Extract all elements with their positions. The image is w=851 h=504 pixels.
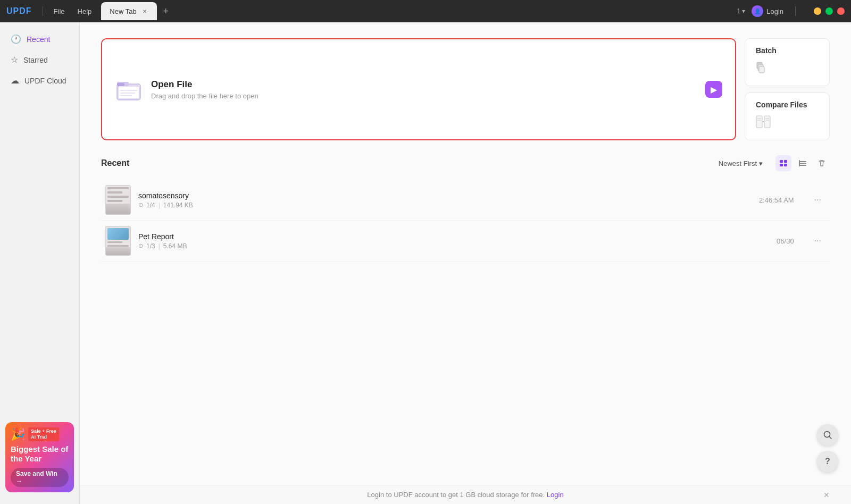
svg-rect-19	[780, 164, 783, 166]
file-thumbnail	[105, 226, 131, 256]
recent-title: Recent	[101, 158, 129, 168]
app-body: 🕐 Recent ☆ Starred ☁ UPDF Cloud 🎉 Sale +…	[0, 22, 851, 504]
bottom-bar-login-link[interactable]: Login	[547, 491, 564, 499]
promo-banner[interactable]: 🎉 Sale + Free AI Trial Biggest Sale of t…	[5, 422, 74, 492]
file-name: somatosensory	[138, 191, 752, 200]
titlebar: UPDF File Help New Tab ✕ + 1 ▾ 👤 Login −…	[0, 0, 851, 22]
sidebar-item-recent[interactable]: 🕐 Recent	[0, 29, 79, 49]
thumb-bottom	[106, 204, 130, 214]
tab-label: New Tab	[110, 7, 136, 15]
promo-badge-line1: Sale + Free	[31, 429, 56, 434]
page-icon: ⊙	[138, 242, 143, 249]
version-selector[interactable]: 1 ▾	[737, 7, 746, 15]
open-file-arrow-button[interactable]: ▶	[705, 81, 722, 98]
logo-df: DF	[19, 6, 31, 15]
thumb-line	[107, 187, 129, 189]
tab-new[interactable]: New Tab ✕	[101, 2, 156, 20]
menu-bar: File Help	[48, 5, 97, 18]
file-size: 5.64 MB	[163, 242, 187, 250]
bottom-bar-text: Login to UPDF account to get 1 GB cloud …	[367, 491, 545, 499]
svg-rect-22	[799, 163, 806, 164]
thumb-line	[107, 245, 129, 247]
file-list: somatosensory ⊙ 1/4 | 141.94 KB 2:46:54 …	[101, 180, 830, 262]
file-more-button[interactable]: ···	[810, 193, 825, 207]
window-controls: − ⤢ ✕	[814, 7, 845, 15]
file-date: 2:46:54 AM	[759, 196, 794, 204]
open-file-subtitle: Drag and drop the file here to open	[151, 92, 697, 100]
svg-rect-23	[799, 165, 806, 166]
recent-header: Recent Newest First ▾	[101, 155, 830, 171]
file-info: somatosensory ⊙ 1/4 | 141.94 KB	[138, 191, 752, 209]
compare-card[interactable]: Compare Files	[745, 93, 830, 140]
sort-dropdown[interactable]: Newest First ▾	[719, 159, 763, 167]
batch-card[interactable]: Batch	[745, 38, 830, 86]
app-logo: UPDF	[6, 6, 32, 16]
thumb-line	[107, 200, 122, 202]
compare-title: Compare Files	[756, 100, 819, 109]
close-button[interactable]: ✕	[837, 7, 845, 15]
page-icon: ⊙	[138, 201, 143, 208]
view-controls	[775, 155, 830, 171]
tab-bar: New Tab ✕ +	[101, 2, 737, 20]
file-item[interactable]: somatosensory ⊙ 1/4 | 141.94 KB 2:46:54 …	[101, 180, 830, 221]
help-float-button[interactable]: ?	[817, 451, 838, 472]
maximize-button[interactable]: ⤢	[825, 7, 833, 15]
sidebar-item-cloud[interactable]: ☁ UPDF Cloud	[0, 70, 79, 91]
main-inner: Open File Drag and drop the file here to…	[80, 22, 851, 485]
logo-up: UP	[6, 6, 19, 15]
file-meta: ⊙ 1/4 | 141.94 KB	[138, 201, 752, 209]
file-date: 06/30	[777, 237, 794, 245]
open-file-card[interactable]: Open File Drag and drop the file here to…	[101, 38, 736, 140]
menu-help[interactable]: Help	[72, 5, 97, 18]
list-view-button[interactable]	[775, 155, 791, 171]
svg-rect-18	[784, 160, 787, 163]
floating-buttons: ?	[817, 424, 838, 472]
file-thumbnail	[105, 185, 131, 215]
grid-view-button[interactable]	[795, 155, 811, 171]
promo-cta[interactable]: Save and Win →	[11, 468, 69, 487]
delete-button[interactable]	[814, 155, 830, 171]
compare-icon	[756, 114, 819, 132]
svg-rect-9	[759, 66, 764, 73]
thumb-line	[107, 241, 122, 243]
minimize-button[interactable]: −	[814, 7, 821, 15]
action-cards: Open File Drag and drop the file here to…	[101, 38, 830, 140]
sidebar: 🕐 Recent ☆ Starred ☁ UPDF Cloud 🎉 Sale +…	[0, 22, 80, 504]
thumb-line	[107, 196, 129, 198]
bottom-bar-close-button[interactable]: ✕	[823, 491, 830, 499]
main-content: Open File Drag and drop the file here to…	[80, 22, 851, 504]
promo-badge: Sale + Free AI Trial	[28, 427, 59, 441]
search-float-button[interactable]	[817, 424, 838, 446]
side-cards: Batch Compare Files	[745, 38, 830, 140]
promo-emoji: 🎉	[11, 427, 25, 441]
version-number: 1	[737, 7, 741, 15]
open-file-title: Open File	[151, 79, 697, 90]
titlebar-divider	[43, 6, 43, 16]
sidebar-label-recent: Recent	[27, 35, 50, 44]
promo-top: 🎉 Sale + Free AI Trial	[11, 427, 69, 441]
menu-file[interactable]: File	[48, 5, 70, 18]
file-more-button[interactable]: ···	[810, 234, 825, 248]
tab-close-button[interactable]: ✕	[141, 7, 148, 15]
file-item[interactable]: Pet Report ⊙ 1/3 | 5.64 MB 06/30 ···	[101, 221, 830, 262]
batch-title: Batch	[756, 46, 819, 55]
svg-point-25	[824, 432, 830, 438]
cloud-icon: ☁	[11, 75, 19, 86]
sidebar-label-cloud: UPDF Cloud	[24, 77, 66, 85]
sidebar-item-starred[interactable]: ☆ Starred	[0, 49, 79, 70]
file-pages: 1/4	[146, 201, 155, 209]
svg-rect-21	[799, 161, 806, 162]
file-size: 141.94 KB	[163, 201, 193, 209]
promo-badge-line2: AI Trial	[31, 434, 56, 440]
svg-rect-6	[117, 83, 124, 86]
svg-rect-24	[799, 160, 800, 166]
batch-icon	[756, 60, 819, 78]
login-button[interactable]: 👤 Login	[752, 5, 783, 17]
sidebar-spacer	[0, 91, 79, 417]
svg-rect-2	[118, 86, 139, 99]
tab-add-button[interactable]: +	[159, 4, 173, 19]
help-icon: ?	[825, 457, 830, 466]
file-pages: 1/3	[146, 242, 155, 250]
right-divider	[795, 6, 796, 16]
file-name: Pet Report	[138, 232, 769, 241]
